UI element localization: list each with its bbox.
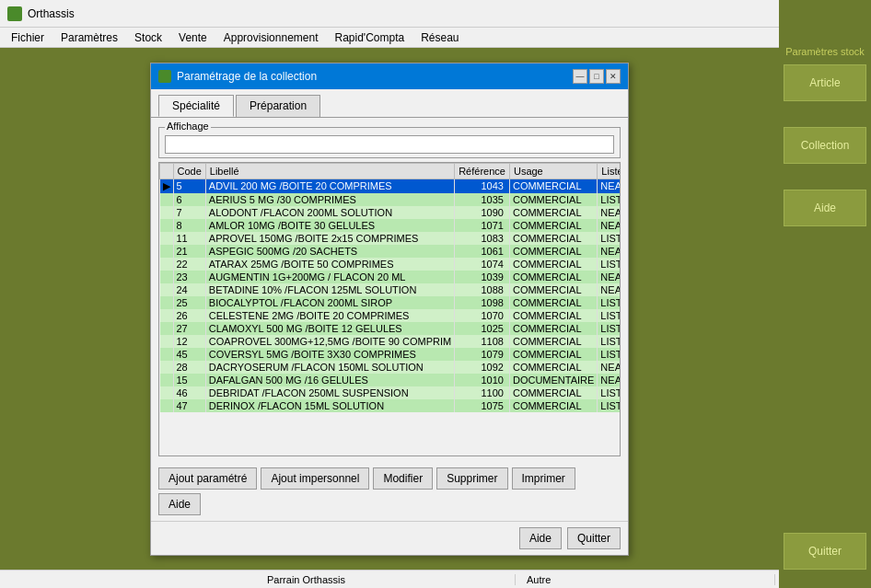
row-reference: 1025 — [455, 322, 510, 335]
row-libelle: ADVIL 200 MG /BOITE 20 COMPRIMES — [205, 179, 454, 193]
table-row[interactable]: 7 ALODONT /FLACON 200ML SOLUTION 1090 CO… — [160, 206, 621, 219]
ajout-impersonnel-button[interactable]: Ajout impersonnel — [261, 467, 369, 490]
col-usage: Usage — [509, 163, 597, 179]
row-liste: LISTE I — [598, 335, 621, 348]
row-reference: 1108 — [455, 335, 510, 348]
sidebar-top-label: Paramètres stock — [784, 46, 866, 57]
modifier-button[interactable]: Modifier — [373, 467, 433, 490]
sidebar-article-button[interactable]: Article — [784, 64, 866, 101]
table-row[interactable]: 12 COAPROVEL 300MG+12,5MG /BOITE 90 COMP… — [160, 335, 621, 348]
dialog-close-button[interactable]: ✕ — [606, 69, 621, 84]
row-usage: COMMERCIAL — [509, 296, 597, 309]
table-row[interactable]: 45 COVERSYL 5MG /BOITE 3X30 COMPRIMES 10… — [160, 348, 621, 361]
table-row[interactable]: 24 BETADINE 10% /FLACON 125ML SOLUTION 1… — [160, 283, 621, 296]
table-row[interactable]: 26 CELESTENE 2MG /BOITE 20 COMPRIMES 107… — [160, 309, 621, 322]
row-usage: COMMERCIAL — [509, 232, 597, 245]
main-area: Paramétrage de la collection — □ ✕ Spéci… — [0, 48, 779, 570]
ajout-parametre-button[interactable]: Ajout paramétré — [158, 467, 257, 490]
row-reference: 1083 — [455, 232, 510, 245]
row-reference: 1092 — [455, 361, 510, 374]
row-code: 21 — [173, 245, 205, 258]
row-indicator — [160, 245, 174, 258]
sidebar-collection-button[interactable]: Collection — [784, 127, 866, 164]
row-reference: 1039 — [455, 271, 510, 283]
table-row[interactable]: 15 DAFALGAN 500 MG /16 GELULES 1010 DOCU… — [160, 374, 621, 386]
menu-stock[interactable]: Stock — [127, 29, 169, 46]
row-liste: LISTE II — [598, 386, 621, 399]
row-indicator — [160, 399, 174, 412]
footer-aide-button[interactable]: Aide — [519, 527, 562, 549]
footer-quitter-button[interactable]: Quitter — [567, 527, 621, 549]
table-row[interactable]: 6 AERIUS 5 MG /30 COMPRIMES 1035 COMMERC… — [160, 193, 621, 206]
sidebar-aide-button[interactable]: Aide — [784, 190, 866, 226]
row-reference: 1088 — [455, 283, 510, 296]
table-row[interactable]: ▶ 5 ADVIL 200 MG /BOITE 20 COMPRIMES 104… — [160, 179, 621, 193]
menu-parametres[interactable]: Paramètres — [53, 29, 125, 46]
data-table-container[interactable]: Code Libellé Référence Usage Liste ▶ 5 A… — [158, 162, 621, 456]
dialog-minimize-button[interactable]: — — [573, 69, 587, 84]
row-liste: NEANT — [598, 245, 621, 258]
table-row[interactable]: 21 ASPEGIC 500MG /20 SACHETS 1061 COMMER… — [160, 245, 621, 258]
row-usage: COMMERCIAL — [509, 386, 597, 399]
row-liste: LISTE I — [598, 322, 621, 335]
app-icon — [7, 6, 22, 21]
menu-rapidcompta[interactable]: Rapid'Compta — [328, 29, 412, 46]
table-row[interactable]: 8 AMLOR 10MG /BOITE 30 GELULES 1071 COMM… — [160, 219, 621, 232]
tab-specialite[interactable]: Spécialité — [158, 95, 234, 117]
table-row[interactable]: 28 DACRYOSERUM /FLACON 150ML SOLUTION 10… — [160, 361, 621, 374]
col-liste: Liste — [598, 163, 621, 179]
row-indicator — [160, 219, 174, 232]
data-table: Code Libellé Référence Usage Liste ▶ 5 A… — [159, 163, 621, 412]
row-indicator — [160, 193, 174, 206]
row-libelle: BIOCALYPTOL /FLACON 200ML SIROP — [205, 296, 454, 309]
row-code: 22 — [173, 258, 205, 271]
row-reference: 1098 — [455, 296, 510, 309]
table-row[interactable]: 47 DERINOX /FLACON 15ML SOLUTION 1075 CO… — [160, 399, 621, 412]
row-indicator — [160, 206, 174, 219]
affichage-group: Affichage — [158, 127, 621, 158]
row-indicator — [160, 348, 174, 361]
row-libelle: BETADINE 10% /FLACON 125ML SOLUTION — [205, 283, 454, 296]
row-liste: NEANT — [598, 219, 621, 232]
row-liste: LISTE II — [598, 193, 621, 206]
action-buttons: Ajout paramétré Ajout impersonnel Modifi… — [151, 462, 628, 521]
row-libelle: DAFALGAN 500 MG /16 GELULES — [205, 374, 454, 386]
table-row[interactable]: 25 BIOCALYPTOL /FLACON 200ML SIROP 1098 … — [160, 296, 621, 309]
table-row[interactable]: 22 ATARAX 25MG /BOITE 50 COMPRIMES 1074 … — [160, 258, 621, 271]
row-reference: 1035 — [455, 193, 510, 206]
row-liste: NEANT — [598, 374, 621, 386]
menu-approvisionnement[interactable]: Approvisionnement — [216, 29, 326, 46]
row-indicator — [160, 309, 174, 322]
row-indicator — [160, 374, 174, 386]
menu-fichier[interactable]: Fichier — [4, 29, 52, 46]
row-libelle: DERINOX /FLACON 15ML SOLUTION — [205, 399, 454, 412]
row-usage: COMMERCIAL — [509, 348, 597, 361]
row-code: 45 — [173, 348, 205, 361]
row-libelle: AUGMENTIN 1G+200MG / FLACON 20 ML — [205, 271, 454, 283]
aide-action-button[interactable]: Aide — [158, 493, 201, 515]
supprimer-button[interactable]: Supprimer — [436, 467, 507, 490]
col-code: Code — [173, 163, 205, 179]
row-libelle: DEBRIDAT /FLACON 250ML SUSPENSION — [205, 386, 454, 399]
table-row[interactable]: 23 AUGMENTIN 1G+200MG / FLACON 20 ML 103… — [160, 271, 621, 283]
row-code: 26 — [173, 309, 205, 322]
menu-vente[interactable]: Vente — [171, 29, 215, 46]
search-input[interactable] — [165, 135, 614, 154]
table-row[interactable]: 46 DEBRIDAT /FLACON 250ML SUSPENSION 110… — [160, 386, 621, 399]
menu-reseau[interactable]: Réseau — [413, 29, 466, 46]
row-liste: NEANT — [598, 283, 621, 296]
row-indicator — [160, 271, 174, 283]
table-row[interactable]: 27 CLAMOXYL 500 MG /BOITE 12 GELULES 102… — [160, 322, 621, 335]
row-code: 47 — [173, 399, 205, 412]
row-usage: COMMERCIAL — [509, 245, 597, 258]
row-libelle: ASPEGIC 500MG /20 SACHETS — [205, 245, 454, 258]
tab-bar: Spécialité Préparation — [151, 89, 628, 117]
row-liste: LISTE I — [598, 258, 621, 271]
dialog-icon — [158, 70, 171, 83]
dialog-maximize-button[interactable]: □ — [589, 69, 604, 84]
tab-preparation[interactable]: Préparation — [236, 95, 320, 117]
imprimer-button[interactable]: Imprimer — [512, 467, 575, 490]
sidebar-quitter-button[interactable]: Quitter — [784, 533, 866, 570]
row-code: 8 — [173, 219, 205, 232]
table-row[interactable]: 11 APROVEL 150MG /BOITE 2x15 COMPRIMES 1… — [160, 232, 621, 245]
